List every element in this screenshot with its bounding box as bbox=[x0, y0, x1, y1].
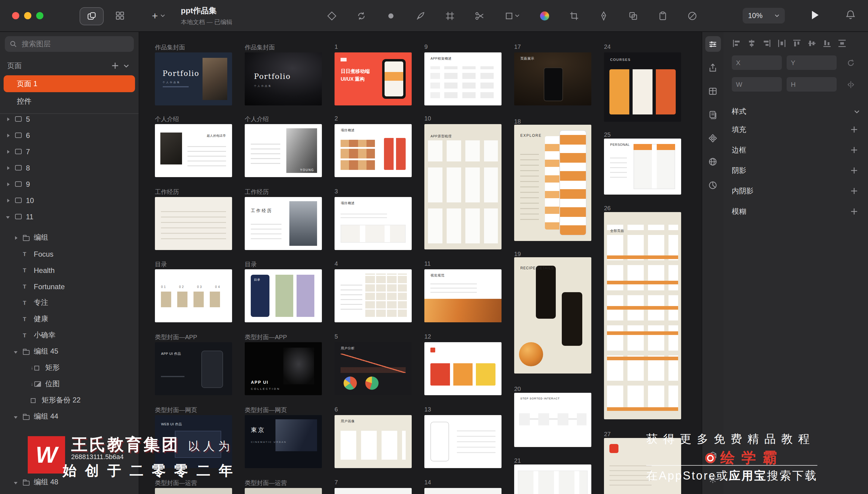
layer-row[interactable]: 9 bbox=[0, 176, 138, 192]
artboard[interactable]: APP UI 作品 bbox=[155, 342, 232, 395]
artboard-label[interactable]: 个人介绍 bbox=[155, 115, 179, 124]
layer-row[interactable]: THealth bbox=[0, 262, 138, 278]
layer-row[interactable]: TFortunate bbox=[0, 278, 138, 294]
artboard[interactable]: Portfolio个人作品集 bbox=[245, 52, 322, 106]
artboard-label[interactable]: 13 bbox=[424, 406, 431, 413]
artboard-label[interactable]: 工作经历 bbox=[155, 188, 179, 196]
insert-button[interactable]: + bbox=[152, 7, 165, 24]
artboard-label[interactable]: 6 bbox=[335, 406, 338, 413]
chevron-right-icon[interactable] bbox=[5, 148, 12, 155]
close-button[interactable] bbox=[12, 12, 19, 19]
section-add-button[interactable] bbox=[849, 165, 860, 176]
artboard[interactable]: 超人的电话亭 bbox=[155, 124, 232, 177]
distribute-vertical-icon[interactable] bbox=[837, 39, 847, 48]
grid-view-button[interactable] bbox=[109, 7, 131, 24]
artboard-label[interactable]: 类型封面—APP bbox=[155, 333, 197, 342]
section-add-button[interactable] bbox=[849, 186, 860, 196]
artboard[interactable]: 東京CINEMATIC URBAN bbox=[245, 415, 322, 468]
artboard-label[interactable]: 19 bbox=[514, 251, 521, 257]
rotate-icon[interactable] bbox=[842, 59, 860, 66]
artboard[interactable]: EXPLORE bbox=[514, 125, 591, 241]
pages-panel-icon[interactable] bbox=[705, 107, 721, 122]
ellipse-tool-icon[interactable] bbox=[385, 10, 396, 22]
artboard-label[interactable]: 个人介绍 bbox=[245, 115, 269, 124]
present-play-button[interactable] bbox=[810, 10, 820, 23]
layer-row[interactable]: ↓矩形 bbox=[0, 360, 138, 376]
align-left-icon[interactable] bbox=[732, 39, 741, 48]
artboard-label[interactable]: 工作经历 bbox=[245, 188, 269, 196]
artboard[interactable]: 项目概述 bbox=[335, 197, 412, 250]
frame-tool-icon[interactable] bbox=[444, 10, 456, 22]
chevron-right-icon[interactable] bbox=[5, 180, 12, 188]
zoom-select[interactable]: 10% bbox=[743, 8, 785, 23]
artboard[interactable]: 01 02 03 04 bbox=[155, 269, 232, 322]
artboard[interactable]: 视觉规范 bbox=[424, 269, 501, 322]
artboard[interactable]: 项目概述 bbox=[335, 124, 412, 177]
distribute-horizontal-icon[interactable] bbox=[777, 39, 787, 48]
artboard-label[interactable]: 9 bbox=[424, 43, 428, 50]
artboard-label[interactable]: 目录 bbox=[155, 260, 167, 269]
chevron-down-icon[interactable] bbox=[13, 348, 20, 355]
flip-icons[interactable] bbox=[842, 80, 860, 88]
vector-pen-icon[interactable] bbox=[597, 10, 609, 22]
artboard[interactable]: 工作经历 bbox=[245, 197, 322, 250]
artboard[interactable] bbox=[245, 488, 322, 494]
page-item[interactable]: 控件 bbox=[4, 93, 135, 110]
layer-row[interactable]: T专注 bbox=[0, 294, 138, 311]
x-field[interactable]: X bbox=[732, 55, 782, 70]
settings-gear-icon[interactable] bbox=[705, 471, 721, 487]
minimize-button[interactable] bbox=[24, 12, 31, 19]
artboard-label[interactable]: 1 bbox=[335, 43, 338, 50]
artboard-label[interactable]: 作品集封面 bbox=[245, 43, 275, 52]
artboard[interactable]: RECIPE DETAILS bbox=[514, 257, 591, 374]
artboard[interactable]: 目录 bbox=[245, 269, 322, 322]
artboard-label[interactable]: 10 bbox=[424, 115, 431, 122]
component-icon[interactable] bbox=[705, 130, 721, 146]
artboard[interactable] bbox=[424, 488, 501, 494]
layer-row[interactable]: 矩形备份 22 bbox=[0, 392, 138, 408]
artboard-label[interactable]: 5 bbox=[335, 333, 338, 340]
align-bottom-icon[interactable] bbox=[822, 39, 832, 48]
collapse-pages-icon[interactable] bbox=[121, 60, 131, 71]
artboard[interactable]: STEP SORTED INTERACT bbox=[514, 393, 591, 447]
layer-row[interactable]: ↓位图 bbox=[0, 376, 138, 392]
artboard[interactable]: APP框架概述 bbox=[424, 52, 501, 106]
section-add-button[interactable] bbox=[849, 124, 860, 135]
layer-row[interactable]: TFocus bbox=[0, 246, 138, 262]
layer-row[interactable]: 编组 bbox=[0, 230, 138, 246]
artboard[interactable]: COURSES bbox=[604, 52, 681, 122]
artboard[interactable]: YOUNG bbox=[245, 124, 322, 177]
add-page-button[interactable] bbox=[110, 60, 121, 71]
chevron-right-icon[interactable] bbox=[5, 164, 12, 171]
globe-icon[interactable] bbox=[705, 154, 721, 169]
section-add-button[interactable] bbox=[849, 145, 860, 155]
chart-pie-icon[interactable] bbox=[705, 177, 721, 193]
section-add-button[interactable] bbox=[849, 206, 860, 217]
layer-row[interactable]: 8 bbox=[0, 160, 138, 176]
notifications-bell-icon[interactable] bbox=[845, 9, 856, 23]
artboard-label[interactable]: 14 bbox=[424, 479, 431, 486]
artboard-label[interactable]: 类型封面—运营 bbox=[155, 479, 197, 487]
chevron-down-icon[interactable] bbox=[13, 413, 20, 420]
artboard-label[interactable]: 20 bbox=[514, 385, 521, 392]
artboard-label[interactable]: 类型封面—网页 bbox=[245, 406, 287, 415]
artboard-label[interactable]: 类型封面—网页 bbox=[155, 406, 197, 415]
layer-row[interactable]: 编组 45 bbox=[0, 343, 138, 360]
artboard-label[interactable]: 27 bbox=[604, 431, 611, 437]
copy-icon[interactable] bbox=[627, 10, 639, 22]
diamond-tool-icon[interactable] bbox=[326, 10, 337, 22]
plugin-icon[interactable] bbox=[705, 448, 721, 463]
artboard[interactable] bbox=[335, 488, 412, 494]
artboard[interactable] bbox=[424, 415, 501, 468]
table-icon[interactable] bbox=[705, 83, 721, 99]
artboard-label[interactable]: 3 bbox=[335, 188, 338, 195]
clipboard-icon[interactable] bbox=[657, 10, 668, 22]
artboard-label[interactable]: 18 bbox=[514, 118, 521, 125]
layer-row[interactable]: 6 bbox=[0, 127, 138, 144]
artboard-label[interactable]: 类型封面—运营 bbox=[245, 479, 287, 487]
canvas[interactable]: 作品集封面Portfolio个人作品集个人介绍超人的电话亭工作经历目录01 02… bbox=[138, 31, 702, 494]
sync-icon[interactable] bbox=[355, 10, 367, 22]
artboard-label[interactable]: 7 bbox=[335, 479, 338, 486]
color-wheel-icon[interactable] bbox=[538, 10, 550, 22]
artboard[interactable]: WEB UI 作品 bbox=[155, 415, 232, 468]
